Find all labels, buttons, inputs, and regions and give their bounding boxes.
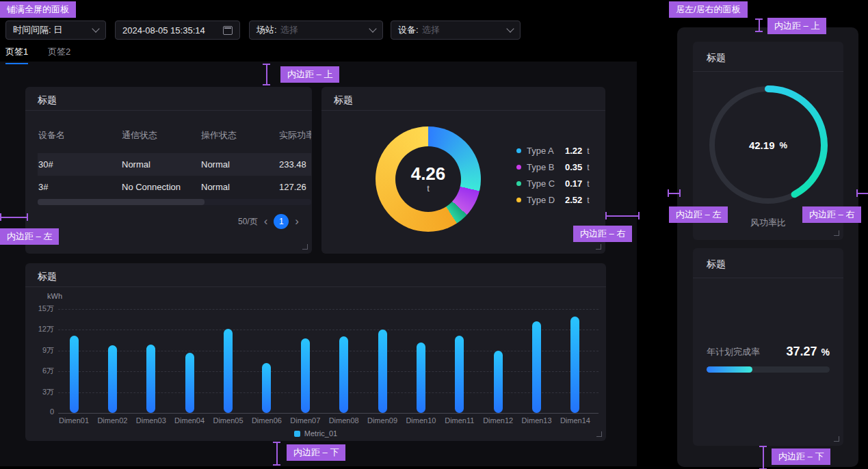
bar <box>532 321 541 413</box>
x-axis-category-label: Dimen03 <box>136 416 166 425</box>
bar-card-title: 标题 <box>25 263 606 287</box>
horizontal-scrollbar <box>38 199 311 205</box>
table-cell: Normal <box>200 153 278 176</box>
station-select-label: 场站: <box>257 24 277 36</box>
interval-select-value: 时间间隔: 日 <box>13 24 62 36</box>
table-card: 标题 设备名通信状态操作状态实际功率 30#NormalNormal233.48… <box>25 87 312 254</box>
bar <box>494 351 503 413</box>
gridline <box>58 351 599 351</box>
legend-item[interactable]: Type A1.22t <box>516 146 590 156</box>
y-axis-tick: 15万 <box>25 304 54 314</box>
donut-center-unit: t <box>427 183 430 193</box>
chevron-down-icon <box>369 25 376 32</box>
progress-bar <box>707 366 830 373</box>
donut-center-value: 4.26 <box>411 165 446 183</box>
column-header: 设备名 <box>38 118 121 153</box>
chevron-down-icon <box>506 25 514 32</box>
prev-page-button[interactable]: ‹ <box>264 215 268 228</box>
progress-card: 标题 年计划完成率 37.27% <box>693 248 843 446</box>
annotation-padding-bottom-right: 内边距 – 下 <box>772 448 830 465</box>
bar <box>185 353 194 413</box>
bar <box>570 317 579 413</box>
x-axis-category-label: Dimen08 <box>329 416 359 425</box>
table-row[interactable]: 3#No ConnectionNormal127.26 <box>38 176 311 198</box>
x-axis-category-label: Dimen12 <box>483 416 513 425</box>
y-axis-unit-label: kWh <box>25 292 62 300</box>
resize-handle[interactable] <box>834 230 839 236</box>
legend-name: Type A <box>527 146 562 156</box>
table-row[interactable]: 30#NormalNormal233.48 <box>38 153 311 176</box>
legend-value: 1.22 <box>565 146 582 156</box>
bar <box>378 330 387 413</box>
station-select[interactable]: 场站: 选择 <box>249 21 383 40</box>
legend-dot-icon <box>516 165 521 170</box>
annotation-padding-left: 内边距 – 左 <box>0 228 59 245</box>
chevron-down-icon <box>92 25 99 32</box>
table-header-row: 设备名通信状态操作状态实际功率 <box>38 118 311 153</box>
bar <box>417 343 425 413</box>
pagination: 50/页 ‹ 1 › <box>238 214 299 229</box>
donut-card: 标题 4.26 t Type A1.22tType B0.35tType C0.… <box>321 87 605 254</box>
x-axis-category-label: Dimen10 <box>406 416 436 425</box>
gauge-unit: % <box>779 140 787 150</box>
table-cell: Normal <box>200 176 278 198</box>
padding-left-beam <box>0 213 28 221</box>
annotation-padding-top-right: 内边距 – 上 <box>767 18 826 34</box>
gauge-chart: 42.19 % <box>703 80 833 210</box>
annotation-padding-right: 内边距 – 右 <box>573 226 632 242</box>
resize-handle[interactable] <box>834 436 839 442</box>
tab-1[interactable]: 页签1 <box>5 46 28 64</box>
scrollbar-thumb[interactable] <box>38 199 205 205</box>
bar-chart-legend[interactable]: Metric_01 <box>25 429 606 438</box>
datetime-picker[interactable]: 2024-08-05 15:35:14 <box>115 21 240 40</box>
legend-swatch-icon <box>294 431 300 437</box>
annotation-side-panel: 居左/居右的面板 <box>669 1 748 18</box>
legend-name: Metric_01 <box>304 429 337 438</box>
annotation-padding-top: 内边距 – 上 <box>280 66 339 83</box>
calendar-icon <box>223 26 233 35</box>
device-table: 设备名通信状态操作状态实际功率 30#NormalNormal233.483#N… <box>38 118 311 198</box>
progress-value: 37.27% <box>787 345 830 359</box>
device-table-wrap: 设备名通信状态操作状态实际功率 30#NormalNormal233.483#N… <box>38 118 311 198</box>
legend-unit: t <box>587 196 589 205</box>
y-axis-tick: 6万 <box>25 366 54 376</box>
resize-handle[interactable] <box>596 244 601 250</box>
legend-value: 0.17 <box>565 178 582 189</box>
station-select-placeholder: 选择 <box>280 24 298 36</box>
legend-item[interactable]: Type D2.52t <box>516 195 590 205</box>
x-axis-line <box>58 413 599 414</box>
legend-name: Type B <box>527 162 562 172</box>
bar <box>301 338 310 413</box>
x-axis-category-label: Dimen09 <box>367 416 397 425</box>
tab-2[interactable]: 页签2 <box>48 46 70 63</box>
page-size-select[interactable]: 50/页 <box>238 216 258 228</box>
bar <box>146 345 155 413</box>
interval-select[interactable]: 时间间隔: 日 <box>5 21 106 40</box>
resize-handle[interactable] <box>596 431 602 437</box>
legend-value: 0.35 <box>565 162 582 172</box>
legend-unit: t <box>587 146 589 156</box>
table-card-title: 标题 <box>25 87 312 111</box>
legend-item[interactable]: Type B0.35t <box>516 162 590 172</box>
table-cell: 233.48 <box>278 153 311 176</box>
x-axis-category-label: Dimen04 <box>174 416 205 425</box>
resize-handle[interactable] <box>302 244 308 250</box>
annotation-padding-bottom: 内边距 – 下 <box>287 444 345 461</box>
legend-unit: t <box>587 179 589 189</box>
device-select[interactable]: 设备: 选择 <box>391 21 521 40</box>
annotation-fullscreen-panel: 铺满全屏的面板 <box>0 1 76 18</box>
gridline <box>58 330 599 330</box>
legend-item[interactable]: Type C0.17t <box>516 178 590 189</box>
padding-top-beam-right <box>755 18 763 32</box>
x-axis-category-label: Dimen05 <box>213 416 243 425</box>
bar <box>455 336 464 414</box>
next-page-button[interactable]: › <box>295 215 299 228</box>
x-axis-category-label: Dimen11 <box>445 416 474 425</box>
legend-name: Type C <box>527 178 562 189</box>
gridline <box>58 392 599 393</box>
x-axis-category-label: Dimen02 <box>97 416 127 425</box>
y-axis-tick: 0 <box>25 407 54 416</box>
bar <box>108 345 117 413</box>
x-axis-category-label: Dimen14 <box>560 416 590 425</box>
page-1-button[interactable]: 1 <box>274 214 289 229</box>
